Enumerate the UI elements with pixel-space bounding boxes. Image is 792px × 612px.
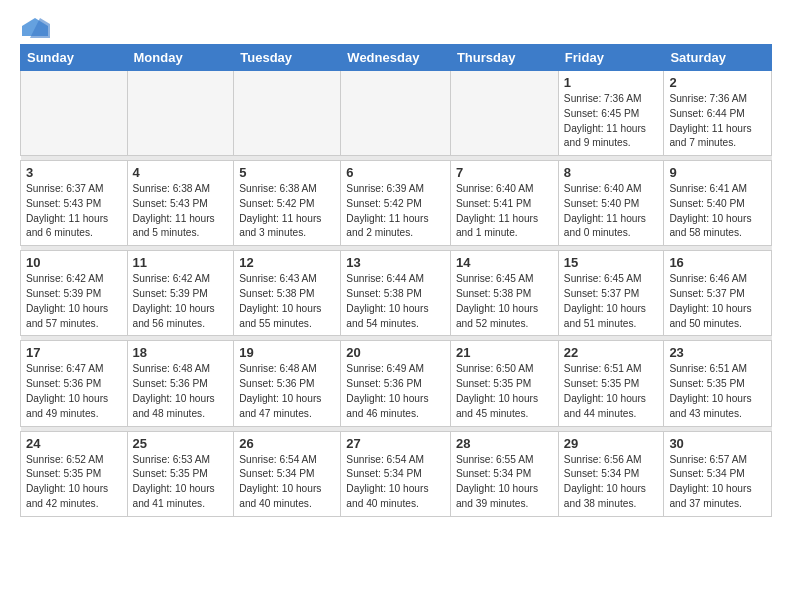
day-cell: 12Sunrise: 6:43 AMSunset: 5:38 PMDayligh… (234, 251, 341, 336)
day-cell: 19Sunrise: 6:48 AMSunset: 5:36 PMDayligh… (234, 341, 341, 426)
day-cell: 10Sunrise: 6:42 AMSunset: 5:39 PMDayligh… (21, 251, 128, 336)
day-cell: 3Sunrise: 6:37 AMSunset: 5:43 PMDaylight… (21, 161, 128, 246)
day-info: Sunrise: 6:57 AMSunset: 5:34 PMDaylight:… (669, 453, 766, 512)
day-info: Sunrise: 6:53 AMSunset: 5:35 PMDaylight:… (133, 453, 229, 512)
day-info: Sunrise: 6:43 AMSunset: 5:38 PMDaylight:… (239, 272, 335, 331)
day-info: Sunrise: 7:36 AMSunset: 6:44 PMDaylight:… (669, 92, 766, 151)
day-number: 30 (669, 436, 766, 451)
col-header-saturday: Saturday (664, 45, 772, 71)
logo-icon (20, 16, 50, 38)
day-cell (21, 71, 128, 156)
day-number: 6 (346, 165, 445, 180)
day-cell: 23Sunrise: 6:51 AMSunset: 5:35 PMDayligh… (664, 341, 772, 426)
col-header-tuesday: Tuesday (234, 45, 341, 71)
week-row-2: 3Sunrise: 6:37 AMSunset: 5:43 PMDaylight… (21, 161, 772, 246)
day-number: 22 (564, 345, 659, 360)
logo (20, 16, 54, 38)
day-number: 5 (239, 165, 335, 180)
day-number: 11 (133, 255, 229, 270)
header (20, 16, 772, 38)
day-info: Sunrise: 6:54 AMSunset: 5:34 PMDaylight:… (346, 453, 445, 512)
day-info: Sunrise: 6:37 AMSunset: 5:43 PMDaylight:… (26, 182, 122, 241)
col-header-friday: Friday (558, 45, 664, 71)
day-number: 18 (133, 345, 229, 360)
day-number: 9 (669, 165, 766, 180)
day-cell: 26Sunrise: 6:54 AMSunset: 5:34 PMDayligh… (234, 431, 341, 516)
day-info: Sunrise: 6:49 AMSunset: 5:36 PMDaylight:… (346, 362, 445, 421)
day-number: 14 (456, 255, 553, 270)
day-number: 20 (346, 345, 445, 360)
day-number: 13 (346, 255, 445, 270)
day-number: 15 (564, 255, 659, 270)
day-cell: 20Sunrise: 6:49 AMSunset: 5:36 PMDayligh… (341, 341, 451, 426)
col-header-thursday: Thursday (450, 45, 558, 71)
day-cell (341, 71, 451, 156)
page-container: SundayMondayTuesdayWednesdayThursdayFrid… (0, 0, 792, 527)
day-info: Sunrise: 6:51 AMSunset: 5:35 PMDaylight:… (564, 362, 659, 421)
calendar: SundayMondayTuesdayWednesdayThursdayFrid… (20, 44, 772, 517)
day-info: Sunrise: 6:56 AMSunset: 5:34 PMDaylight:… (564, 453, 659, 512)
day-cell: 29Sunrise: 6:56 AMSunset: 5:34 PMDayligh… (558, 431, 664, 516)
day-cell: 7Sunrise: 6:40 AMSunset: 5:41 PMDaylight… (450, 161, 558, 246)
day-cell: 5Sunrise: 6:38 AMSunset: 5:42 PMDaylight… (234, 161, 341, 246)
day-info: Sunrise: 6:38 AMSunset: 5:43 PMDaylight:… (133, 182, 229, 241)
day-info: Sunrise: 6:44 AMSunset: 5:38 PMDaylight:… (346, 272, 445, 331)
day-number: 1 (564, 75, 659, 90)
day-cell: 13Sunrise: 6:44 AMSunset: 5:38 PMDayligh… (341, 251, 451, 336)
day-cell: 9Sunrise: 6:41 AMSunset: 5:40 PMDaylight… (664, 161, 772, 246)
day-info: Sunrise: 6:45 AMSunset: 5:38 PMDaylight:… (456, 272, 553, 331)
day-cell: 27Sunrise: 6:54 AMSunset: 5:34 PMDayligh… (341, 431, 451, 516)
day-cell: 6Sunrise: 6:39 AMSunset: 5:42 PMDaylight… (341, 161, 451, 246)
day-cell: 17Sunrise: 6:47 AMSunset: 5:36 PMDayligh… (21, 341, 128, 426)
day-info: Sunrise: 6:50 AMSunset: 5:35 PMDaylight:… (456, 362, 553, 421)
day-number: 24 (26, 436, 122, 451)
day-info: Sunrise: 6:42 AMSunset: 5:39 PMDaylight:… (26, 272, 122, 331)
day-cell: 21Sunrise: 6:50 AMSunset: 5:35 PMDayligh… (450, 341, 558, 426)
col-header-wednesday: Wednesday (341, 45, 451, 71)
day-info: Sunrise: 6:52 AMSunset: 5:35 PMDaylight:… (26, 453, 122, 512)
day-info: Sunrise: 6:38 AMSunset: 5:42 PMDaylight:… (239, 182, 335, 241)
day-cell: 11Sunrise: 6:42 AMSunset: 5:39 PMDayligh… (127, 251, 234, 336)
day-number: 17 (26, 345, 122, 360)
day-number: 16 (669, 255, 766, 270)
day-cell: 18Sunrise: 6:48 AMSunset: 5:36 PMDayligh… (127, 341, 234, 426)
week-row-3: 10Sunrise: 6:42 AMSunset: 5:39 PMDayligh… (21, 251, 772, 336)
day-number: 21 (456, 345, 553, 360)
day-cell: 4Sunrise: 6:38 AMSunset: 5:43 PMDaylight… (127, 161, 234, 246)
day-info: Sunrise: 6:48 AMSunset: 5:36 PMDaylight:… (239, 362, 335, 421)
day-cell: 30Sunrise: 6:57 AMSunset: 5:34 PMDayligh… (664, 431, 772, 516)
day-info: Sunrise: 6:45 AMSunset: 5:37 PMDaylight:… (564, 272, 659, 331)
day-cell: 22Sunrise: 6:51 AMSunset: 5:35 PMDayligh… (558, 341, 664, 426)
day-info: Sunrise: 6:40 AMSunset: 5:41 PMDaylight:… (456, 182, 553, 241)
day-number: 4 (133, 165, 229, 180)
day-number: 29 (564, 436, 659, 451)
day-cell: 15Sunrise: 6:45 AMSunset: 5:37 PMDayligh… (558, 251, 664, 336)
day-info: Sunrise: 7:36 AMSunset: 6:45 PMDaylight:… (564, 92, 659, 151)
day-cell (450, 71, 558, 156)
day-number: 27 (346, 436, 445, 451)
day-info: Sunrise: 6:41 AMSunset: 5:40 PMDaylight:… (669, 182, 766, 241)
day-cell (127, 71, 234, 156)
day-info: Sunrise: 6:55 AMSunset: 5:34 PMDaylight:… (456, 453, 553, 512)
day-info: Sunrise: 6:47 AMSunset: 5:36 PMDaylight:… (26, 362, 122, 421)
day-cell: 14Sunrise: 6:45 AMSunset: 5:38 PMDayligh… (450, 251, 558, 336)
day-cell: 25Sunrise: 6:53 AMSunset: 5:35 PMDayligh… (127, 431, 234, 516)
col-header-sunday: Sunday (21, 45, 128, 71)
day-cell: 8Sunrise: 6:40 AMSunset: 5:40 PMDaylight… (558, 161, 664, 246)
week-row-1: 1Sunrise: 7:36 AMSunset: 6:45 PMDaylight… (21, 71, 772, 156)
calendar-header-row: SundayMondayTuesdayWednesdayThursdayFrid… (21, 45, 772, 71)
day-info: Sunrise: 6:48 AMSunset: 5:36 PMDaylight:… (133, 362, 229, 421)
day-number: 7 (456, 165, 553, 180)
day-cell: 16Sunrise: 6:46 AMSunset: 5:37 PMDayligh… (664, 251, 772, 336)
day-number: 25 (133, 436, 229, 451)
day-cell: 24Sunrise: 6:52 AMSunset: 5:35 PMDayligh… (21, 431, 128, 516)
day-cell: 1Sunrise: 7:36 AMSunset: 6:45 PMDaylight… (558, 71, 664, 156)
day-info: Sunrise: 6:46 AMSunset: 5:37 PMDaylight:… (669, 272, 766, 331)
day-number: 28 (456, 436, 553, 451)
day-cell: 2Sunrise: 7:36 AMSunset: 6:44 PMDaylight… (664, 71, 772, 156)
week-row-4: 17Sunrise: 6:47 AMSunset: 5:36 PMDayligh… (21, 341, 772, 426)
day-number: 3 (26, 165, 122, 180)
day-cell: 28Sunrise: 6:55 AMSunset: 5:34 PMDayligh… (450, 431, 558, 516)
day-info: Sunrise: 6:39 AMSunset: 5:42 PMDaylight:… (346, 182, 445, 241)
day-number: 2 (669, 75, 766, 90)
